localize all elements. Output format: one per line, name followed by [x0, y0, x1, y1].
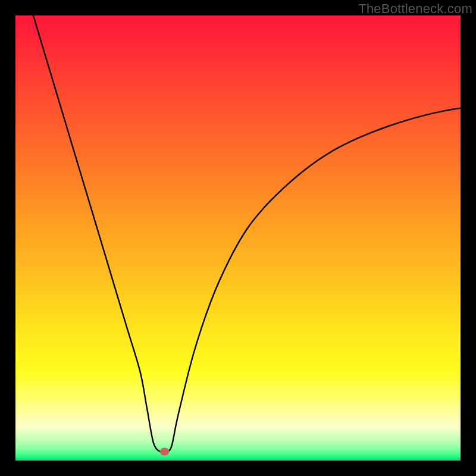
chart-svg — [15, 15, 461, 461]
plot-area — [15, 15, 461, 461]
chart-frame: TheBottleneck.com — [0, 0, 476, 476]
optimum-marker — [160, 448, 170, 456]
watermark-text: TheBottleneck.com — [358, 1, 472, 17]
gradient-background — [15, 15, 461, 461]
